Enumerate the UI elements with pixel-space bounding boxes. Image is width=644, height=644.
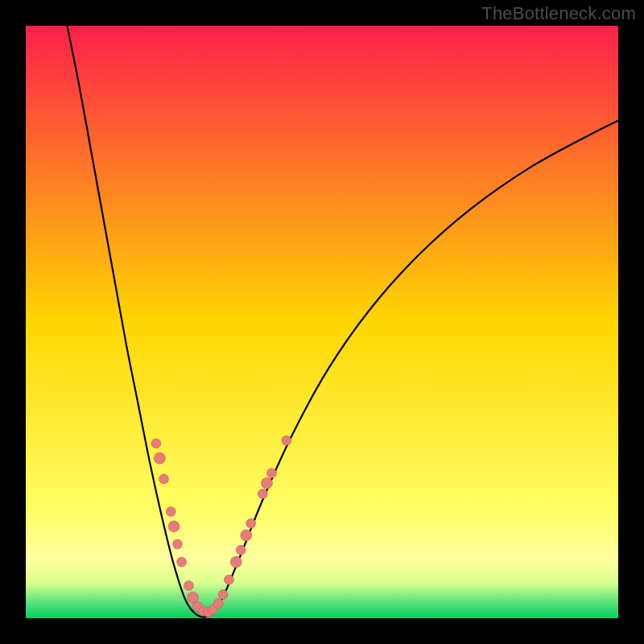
gradient-background bbox=[26, 26, 618, 618]
sample-dot bbox=[262, 477, 273, 489]
sample-dot bbox=[213, 599, 223, 609]
plot-area bbox=[26, 26, 618, 618]
sample-dot bbox=[151, 439, 161, 448]
sample-dot bbox=[241, 530, 252, 541]
sample-dot bbox=[282, 436, 291, 445]
sample-dot bbox=[159, 474, 168, 484]
sample-dot bbox=[218, 590, 228, 600]
chart-svg bbox=[26, 26, 618, 618]
sample-dot bbox=[236, 545, 246, 555]
sample-dot bbox=[230, 556, 242, 568]
sample-dot bbox=[166, 507, 175, 517]
sample-dot bbox=[168, 521, 180, 532]
sample-dot bbox=[172, 539, 182, 549]
sample-dot bbox=[246, 518, 256, 528]
sample-dot bbox=[184, 581, 193, 591]
sample-dot bbox=[154, 452, 165, 464]
watermark-text: TheBottleneck.com bbox=[481, 3, 636, 24]
sample-dot bbox=[258, 489, 267, 498]
sample-dot bbox=[224, 575, 233, 584]
sample-dot bbox=[177, 557, 187, 567]
sample-dot bbox=[266, 469, 276, 478]
chart-frame: TheBottleneck.com bbox=[0, 0, 644, 644]
